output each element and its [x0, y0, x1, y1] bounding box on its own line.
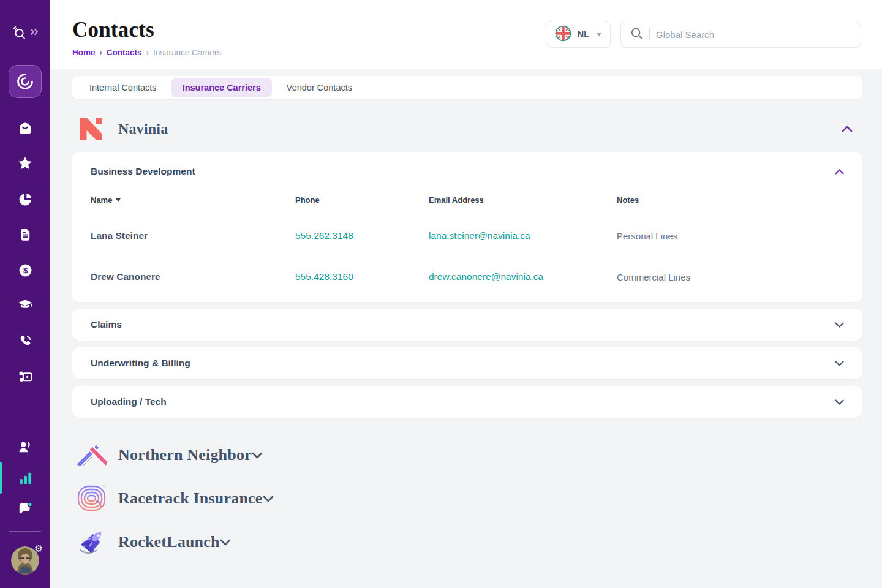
users-icon[interactable]	[17, 439, 33, 455]
sidebar-divider	[9, 531, 41, 532]
section-title: Uploading / Tech	[91, 396, 167, 407]
breadcrumb-home[interactable]: Home	[72, 48, 96, 57]
section-title: Underwriting & Billing	[91, 358, 190, 369]
contact-notes: Personal Lines	[617, 231, 844, 241]
contact-email-link[interactable]: lana.steiner@navinia.ca	[429, 230, 617, 241]
column-label: Name	[91, 195, 112, 205]
carrier-header-rocketlaunch[interactable]: RocketLaunch	[72, 523, 862, 561]
contact-phone-link[interactable]: 555.428.3160	[295, 271, 429, 282]
svg-text:™: ™	[102, 484, 105, 488]
contact-cards-icon[interactable]	[17, 369, 33, 385]
dollar-icon[interactable]: $	[17, 262, 33, 278]
column-header-name[interactable]: Name	[91, 195, 295, 205]
search-icon	[630, 26, 643, 42]
gear-icon: ⚙	[34, 544, 43, 554]
breadcrumb-separator: ›	[146, 48, 149, 57]
section-title: Claims	[91, 319, 122, 330]
chevron-up-icon[interactable]	[835, 169, 844, 175]
svg-text:$: $	[23, 265, 28, 274]
breadcrumb-current: Insurance Carriers	[153, 48, 221, 57]
section-claims[interactable]: Claims	[72, 309, 862, 341]
pie-chart-icon[interactable]	[17, 191, 33, 207]
chevron-up-icon[interactable]	[842, 126, 853, 132]
breadcrumb: Home › Contacts › Insurance Carriers	[72, 48, 221, 57]
tab-insurance-carriers[interactable]: Insurance Carriers	[172, 78, 272, 97]
language-code: NL	[578, 29, 589, 39]
carrier-header-northern-neighbor[interactable]: Northern Neighbor	[72, 436, 862, 474]
carrier-header-navinia[interactable]: Navinia	[72, 110, 862, 147]
chevron-down-icon[interactable]	[263, 496, 274, 502]
search-icon[interactable]	[12, 24, 28, 40]
contacts-table: Name Phone Email Address Notes Lana Stei…	[91, 195, 844, 282]
bar-chart-icon[interactable]	[17, 470, 33, 486]
chevron-down-icon[interactable]	[220, 539, 231, 546]
search-divider	[649, 28, 650, 40]
tab-internal-contacts[interactable]: Internal Contacts	[75, 78, 172, 97]
sort-desc-icon	[116, 198, 121, 202]
chevron-down-icon[interactable]	[252, 452, 263, 459]
page-title: Contacts	[72, 18, 221, 42]
column-header-notes: Notes	[617, 195, 844, 205]
carrier-header-racetrack-insurance[interactable]: ™ Racetrack Insurance	[72, 480, 862, 518]
main-area: Contacts Home › Contacts › Insurance Car…	[50, 0, 882, 588]
chevron-down-icon[interactable]	[835, 322, 844, 328]
chat-icon[interactable]	[17, 500, 33, 516]
breadcrumb-contacts[interactable]: Contacts	[107, 48, 142, 57]
chevron-down-icon[interactable]	[835, 361, 844, 366]
sidebar: $	[0, 0, 50, 588]
contact-notes: Commercial Lines	[617, 272, 844, 282]
table-row: Drew Canonere 555.428.3160 drew.canonere…	[91, 241, 844, 282]
chevron-down-icon	[597, 33, 601, 36]
table-row: Lana Steiner 555.262.3148 lana.steiner@n…	[91, 205, 844, 241]
contact-name: Lana Steiner	[91, 230, 295, 241]
contact-phone-link[interactable]: 555.262.3148	[295, 230, 429, 241]
contact-email-link[interactable]: drew.canonere@navinia.ca	[429, 271, 617, 282]
column-header-email: Email Address	[429, 195, 617, 205]
section-underwriting-billing[interactable]: Underwriting & Billing	[72, 347, 862, 379]
contact-name: Drew Canonere	[91, 271, 295, 282]
racetrack-insurance-logo-icon: ™	[77, 484, 107, 513]
navinia-logo-icon	[77, 118, 107, 140]
contacts-tab-bar: Internal Contacts Insurance Carriers Ven…	[72, 76, 862, 99]
northern-neighbor-logo-icon	[77, 445, 107, 466]
document-icon[interactable]	[17, 227, 33, 243]
column-header-phone: Phone	[295, 195, 429, 205]
carrier-name: RocketLaunch	[118, 533, 220, 551]
phone-icon[interactable]	[17, 333, 33, 349]
home-icon[interactable]	[17, 120, 33, 136]
carrier-name: Northern Neighbor	[118, 446, 252, 464]
star-icon[interactable]	[17, 156, 33, 172]
section-uploading-tech[interactable]: Uploading / Tech	[72, 386, 862, 418]
table-header-row: Name Phone Email Address Notes	[91, 195, 844, 205]
tab-vendor-contacts[interactable]: Vendor Contacts	[272, 78, 367, 97]
page-header: Contacts Home › Contacts › Insurance Car…	[50, 0, 882, 69]
global-search-input[interactable]	[656, 29, 852, 40]
section-title: Business Development	[91, 166, 195, 177]
section-business-development: Business Development Name Phone Email Ad…	[72, 152, 862, 302]
flag-icon	[555, 25, 571, 44]
expand-sidebar-icon[interactable]	[30, 27, 39, 38]
chevron-down-icon[interactable]	[835, 399, 844, 405]
education-icon[interactable]	[17, 298, 33, 314]
avatar[interactable]: ⚙	[11, 546, 39, 575]
carrier-name: Racetrack Insurance	[118, 489, 263, 508]
app-logo[interactable]	[9, 65, 42, 98]
breadcrumb-separator: ›	[100, 48, 102, 57]
carrier-name: Navinia	[118, 121, 168, 137]
sidebar-nav: $	[17, 120, 33, 385]
language-selector[interactable]: NL	[546, 21, 611, 48]
global-search	[620, 21, 861, 48]
rocketlaunch-logo-icon	[77, 528, 107, 556]
